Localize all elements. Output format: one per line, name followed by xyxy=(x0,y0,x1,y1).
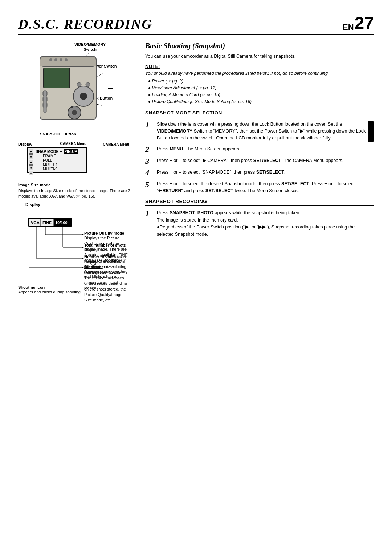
svg-point-16 xyxy=(86,82,90,87)
menu-icon-3: ◆ xyxy=(29,160,33,165)
picture-quality-title: Picture Quality mode xyxy=(84,231,128,235)
card-icon-annot: Card icon Appears during shooting and bl… xyxy=(84,264,128,291)
note-bullet-4: Picture Quality/Image Size Mode Setting … xyxy=(148,98,374,105)
svg-rect-20 xyxy=(44,91,46,113)
note-intro: You should already have performed the pr… xyxy=(145,70,374,77)
snapshot-mode-heading: SNAPSHOT MODE SELECTION xyxy=(145,110,374,117)
page-number: 27 xyxy=(355,15,374,32)
image-size-desc: Displays the Image Size mode of the stor… xyxy=(18,188,134,199)
svg-marker-36 xyxy=(82,246,84,248)
image-size-section: Image Size mode Displays the Image Size … xyxy=(18,179,134,295)
svg-point-8 xyxy=(49,58,52,61)
total-shots-title: Total number of shots xyxy=(84,243,128,247)
svg-marker-39 xyxy=(82,257,84,259)
menu-icon-5: × xyxy=(29,171,33,175)
camera-menu-label: CAMERA Menu xyxy=(103,142,129,146)
card-icon-text: Appears during shooting and blinks when … xyxy=(84,269,128,291)
snapshot-step-4: 4 Press + or – to select "SNAP MODE", th… xyxy=(145,169,374,177)
snapshot-recording-heading: SNAPSHOT RECORDING xyxy=(145,199,374,206)
svg-rect-7 xyxy=(40,61,96,66)
recording-step-1-text: Press SNAPSHOT. PHOTO appears while the … xyxy=(157,210,374,238)
menu-pinup: PIN-UP xyxy=(64,149,78,154)
svg-text:10/100: 10/100 xyxy=(55,220,68,225)
svg-point-9 xyxy=(54,58,57,61)
recording-step-1-num: 1 xyxy=(145,210,154,218)
menu-icon-1: ▶ xyxy=(29,149,33,154)
menu-diagram-container: CAMERA Menu CAMERA Menu ▶ ■ xyxy=(18,147,134,173)
step-3-num: 3 xyxy=(145,157,154,165)
step-1-text: Slide down the lens cover while pressing… xyxy=(157,121,368,142)
step-1-black-bar xyxy=(368,121,374,142)
camera-diagram: VIDEO/MEMORY Switch Power Switch xyxy=(18,42,131,136)
camera-menu-box: CAMERA Menu ▶ ■ ◆ ● × xyxy=(27,147,87,173)
menu-icon-2: ■ xyxy=(29,154,33,159)
menu-content: SNAP MODE – PIN-UP FRAME FULL MULTI-4 MU… xyxy=(36,149,85,171)
step-4-text: Press + or – to select "SNAP MODE", then… xyxy=(157,169,374,176)
svg-point-15 xyxy=(77,82,81,87)
note-bullet-3: Loading A Memory Card (☞ pg. 15) xyxy=(148,92,374,98)
svg-rect-12 xyxy=(44,68,70,88)
svg-rect-24 xyxy=(28,218,72,226)
recording-step-1: 1 Press SNAPSHOT. PHOTO appears while th… xyxy=(145,210,374,238)
intro-text: You can use your camcorder as a Digital … xyxy=(145,53,374,60)
svg-text:VGA: VGA xyxy=(31,220,40,225)
svg-point-14 xyxy=(80,93,87,100)
step-2-num: 2 xyxy=(145,146,154,154)
snapshot-step-3: 3 Press + or – to select "▶ CAMERA", the… xyxy=(145,157,374,165)
page: D.S.C. RECORDING EN 27 VIDEO/MEMORY Swit… xyxy=(0,0,392,555)
menu-display-row: CAMERA Menu ▶ ■ ◆ ● × xyxy=(18,147,134,173)
camera-menu-title: CAMERA Menu xyxy=(60,142,86,146)
display-diagram-area: Display CAMERA Menu CAMERA Menu ▶ xyxy=(18,142,134,173)
svg-point-22 xyxy=(72,110,77,115)
note-label: NOTE: xyxy=(145,64,374,69)
en-label: EN xyxy=(343,23,354,32)
snapshot-step-2: 2 Press MENU. The Menu Screen appears. xyxy=(145,146,374,154)
step-1-num: 1 xyxy=(145,121,154,129)
main-content: VIDEO/MEMORY Switch Power Switch xyxy=(18,42,374,295)
menu-icon-column: ▶ ■ ◆ ● × xyxy=(29,149,33,175)
svg-text:FINE: FINE xyxy=(42,220,52,225)
note-section: NOTE: You should already have performed … xyxy=(145,64,374,106)
menu-full: FULL xyxy=(43,158,85,162)
recording-step-1-text-box: Press SNAPSHOT. PHOTO appears while the … xyxy=(157,210,374,238)
section-title: Basic Shooting (Snapshot) xyxy=(145,42,374,50)
menu-multi9: MULTI-9 xyxy=(43,167,85,171)
menu-frame: FRAME xyxy=(43,154,85,158)
svg-rect-29 xyxy=(54,219,72,226)
camera-body-svg xyxy=(36,53,103,125)
snapshot-step-5: 5 Press + or – to select the desired Sna… xyxy=(145,181,374,195)
lower-display-label: Display xyxy=(25,202,134,207)
svg-point-11 xyxy=(65,58,68,61)
note-bullet-1: Power (☞ pg. 9) xyxy=(148,78,374,85)
videomemory-label: VIDEO/MEMORY Switch xyxy=(74,42,106,52)
snapshot-button-label: SNAPSHOT Button xyxy=(40,132,76,136)
step-3-text: Press + or – to select "▶ CAMERA", then … xyxy=(157,157,374,164)
snapshot-mode-section: SNAPSHOT MODE SELECTION 1 Slide down the… xyxy=(145,110,374,195)
snapshot-recording-section: SNAPSHOT RECORDING 1 Press SNAPSHOT. PHO… xyxy=(145,199,374,238)
step-5-text: Press + or – to select the desired Snaps… xyxy=(157,181,374,195)
step-5-num: 5 xyxy=(145,181,154,189)
svg-marker-33 xyxy=(82,234,84,236)
step-4-num: 4 xyxy=(145,169,154,177)
note-bullet-2: Viewfinder Adjustment (☞ pg. 11) xyxy=(148,85,374,92)
left-column: VIDEO/MEMORY Switch Power Switch xyxy=(18,42,134,295)
menu-multi4: MULTI-4 xyxy=(43,162,85,167)
svg-marker-42 xyxy=(82,266,84,268)
lower-diagram: VGA FINE 10/100 xyxy=(18,211,134,284)
step-2-text: Press MENU. The Menu Screen appears. xyxy=(157,146,374,153)
image-size-label: Image Size mode xyxy=(18,183,134,187)
snapshot-step-1: 1 Slide down the lens cover while pressi… xyxy=(145,121,374,142)
page-header: D.S.C. RECORDING EN 27 xyxy=(18,15,374,35)
svg-point-10 xyxy=(60,58,62,61)
menu-snap-row: SNAP MODE – PIN-UP xyxy=(36,149,85,154)
svg-rect-23 xyxy=(71,106,73,108)
number-shots-title: Number of shots taken xyxy=(84,255,128,259)
menu-icon-4: ● xyxy=(29,165,33,170)
step-1-text-box: Slide down the lens cover while pressing… xyxy=(157,121,374,142)
page-title: D.S.C. RECORDING xyxy=(18,16,152,32)
right-column: Basic Shooting (Snapshot) You can use yo… xyxy=(145,42,374,295)
card-icon-title: Card icon xyxy=(84,264,128,269)
note-bullets-list: Power (☞ pg. 9) Viewfinder Adjustment (☞… xyxy=(148,78,374,106)
